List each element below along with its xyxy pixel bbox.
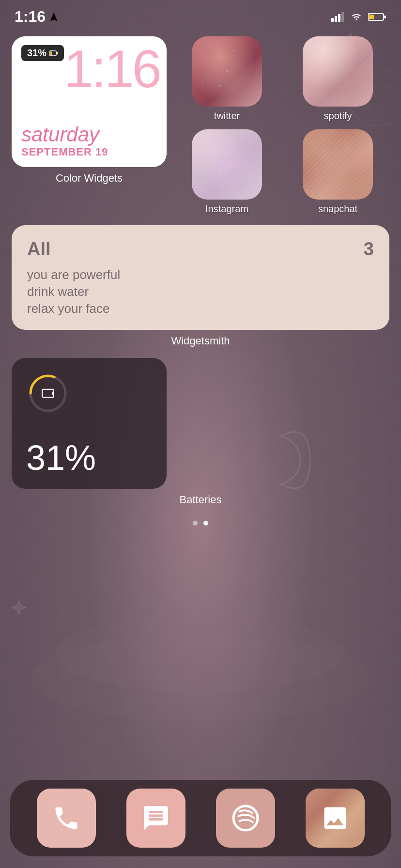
svg-rect-6 bbox=[338, 14, 340, 22]
phone-icon bbox=[52, 804, 81, 833]
page-dot-1[interactable] bbox=[203, 521, 208, 526]
silk-overlay bbox=[303, 129, 373, 200]
battery-status-icon bbox=[368, 12, 386, 22]
signal-icon bbox=[331, 12, 345, 22]
app-item-instagram[interactable]: Instagram bbox=[175, 129, 278, 215]
top-row: 31% 1:16 saturday SEPTEMBER 19 bbox=[12, 36, 389, 215]
svg-rect-10 bbox=[369, 15, 374, 19]
twitter-label: twitter bbox=[214, 110, 240, 122]
color-widget-inner: 31% 1:16 saturday SEPTEMBER 19 bbox=[12, 36, 167, 167]
main-content: 31% 1:16 saturday SEPTEMBER 19 bbox=[0, 27, 401, 535]
widget-all-title: All bbox=[27, 239, 51, 260]
glitter-overlay bbox=[192, 129, 262, 200]
time-display: 1:16 bbox=[15, 8, 46, 26]
dock-phone-icon[interactable] bbox=[37, 789, 96, 848]
page-dots bbox=[12, 521, 389, 535]
widget-day-name: saturday bbox=[21, 124, 157, 146]
svg-rect-9 bbox=[384, 16, 386, 18]
widget-items: you are powerful drink water relax your … bbox=[27, 267, 374, 316]
status-time: 1:16 bbox=[15, 8, 59, 26]
snapchat-icon[interactable] bbox=[303, 129, 373, 200]
svg-rect-7 bbox=[341, 12, 344, 22]
widget-item-2: relax your face bbox=[27, 301, 374, 316]
app-item-snapchat[interactable]: snapchat bbox=[286, 129, 389, 215]
battery-percent-large: 31% bbox=[26, 440, 152, 475]
sparkle-overlay bbox=[192, 36, 262, 107]
twitter-icon[interactable] bbox=[192, 36, 262, 107]
svg-rect-17 bbox=[52, 392, 53, 395]
widget-count: 3 bbox=[364, 239, 374, 260]
page-dot-0[interactable] bbox=[193, 521, 198, 526]
color-widgets-label: Color Widgets bbox=[12, 172, 167, 185]
instagram-label: Instagram bbox=[205, 203, 248, 215]
svg-rect-12 bbox=[57, 52, 58, 54]
app-item-spotify[interactable]: spotify bbox=[286, 36, 389, 122]
batteries-widget[interactable]: 31% bbox=[12, 358, 167, 489]
battery-ring-phone-icon bbox=[26, 372, 70, 415]
widget-time-large: 1:16 bbox=[64, 42, 160, 95]
instagram-icon[interactable] bbox=[192, 129, 262, 200]
widget-time-text: 1:16 bbox=[64, 39, 160, 98]
spotify-label: spotify bbox=[324, 110, 352, 122]
widgetsmith-label: Widgetsmith bbox=[12, 335, 389, 347]
widgetsmith-widget[interactable]: All 3 you are powerful drink water relax… bbox=[12, 225, 389, 330]
batteries-label: Batteries bbox=[12, 494, 389, 506]
svg-rect-13 bbox=[50, 51, 52, 55]
dock-photos-icon[interactable] bbox=[306, 789, 365, 848]
spotify-play-icon bbox=[231, 804, 260, 833]
svg-rect-4 bbox=[331, 18, 334, 22]
navigation-icon bbox=[48, 12, 59, 22]
dock bbox=[10, 780, 391, 856]
spotify-icon[interactable] bbox=[303, 36, 373, 107]
widget-day-date: saturday SEPTEMBER 19 bbox=[21, 124, 157, 158]
dock-messages-icon[interactable] bbox=[126, 789, 185, 848]
messages-icon bbox=[141, 804, 170, 833]
marble-overlay bbox=[303, 36, 373, 107]
status-icons bbox=[331, 12, 386, 22]
battery-circle-container bbox=[26, 372, 152, 415]
battery-ring bbox=[26, 372, 70, 415]
widget-all-header: All 3 bbox=[27, 239, 374, 260]
widget-item-0: you are powerful bbox=[27, 267, 374, 282]
wifi-icon bbox=[350, 12, 363, 22]
dock-spotify-icon[interactable] bbox=[216, 789, 275, 848]
color-widgets-widget[interactable]: 31% 1:16 saturday SEPTEMBER 19 bbox=[12, 36, 167, 215]
svg-rect-5 bbox=[335, 16, 337, 22]
battery-badge-text: 31% bbox=[27, 47, 46, 59]
widget-item-1: drink water bbox=[27, 284, 374, 299]
photos-icon bbox=[321, 804, 350, 833]
widgetsmith-section[interactable]: All 3 you are powerful drink water relax… bbox=[12, 225, 389, 347]
status-bar: 1:16 bbox=[0, 0, 401, 27]
batteries-section[interactable]: 31% Batteries bbox=[12, 358, 389, 506]
widget-date: SEPTEMBER 19 bbox=[21, 146, 157, 158]
battery-badge: 31% bbox=[21, 45, 64, 61]
app-grid: twitter spotify Instagram bbox=[175, 36, 389, 215]
svg-rect-16 bbox=[42, 389, 53, 397]
app-item-twitter[interactable]: twitter bbox=[175, 36, 278, 122]
snapchat-label: snapchat bbox=[318, 203, 357, 215]
